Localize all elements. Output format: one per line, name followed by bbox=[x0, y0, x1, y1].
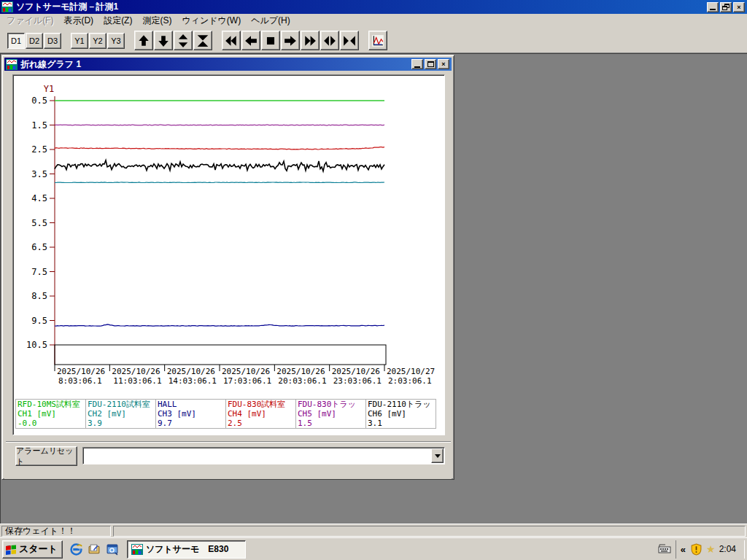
menu-settings[interactable]: 設定(Z) bbox=[98, 13, 137, 28]
start-button-label: スタート bbox=[19, 542, 58, 556]
security-shield-icon[interactable] bbox=[689, 542, 703, 556]
show-desktop-icon[interactable] bbox=[88, 542, 101, 556]
svg-text:8.5: 8.5 bbox=[31, 291, 47, 301]
legend-value: 3.1 bbox=[368, 419, 434, 428]
main-titlebar[interactable]: ソフトサーモ計測－計測1 × bbox=[0, 0, 747, 14]
legend-device: FDU-2110試料室 bbox=[88, 400, 154, 409]
svg-text:0.5: 0.5 bbox=[31, 96, 47, 106]
graph-window-titlebar[interactable]: 折れ線グラフ 1 × bbox=[4, 58, 452, 71]
collapse-vertical-button[interactable] bbox=[193, 31, 212, 50]
legend-item-ch2: FDU-2110試料室 CH2 [mV] 3.9 bbox=[85, 399, 156, 429]
taskbar-item-label: ソフトサーモ E830 bbox=[146, 543, 228, 556]
legend-item-ch4: FDU-830試料室 CH4 [mV] 2.5 bbox=[225, 399, 296, 429]
expand-horizontal-icon bbox=[323, 34, 336, 47]
alarm-combobox[interactable] bbox=[82, 447, 445, 464]
collapse-horizontal-icon bbox=[343, 34, 356, 47]
graph-window: 折れ線グラフ 1 × Y10.51.52.53.54.55.56.57.58.5… bbox=[1, 55, 454, 480]
legend-channel: CH2 [mV] bbox=[88, 409, 154, 419]
svg-text:17:03:06.1: 17:03:06.1 bbox=[223, 376, 271, 386]
fast-rewind-button[interactable] bbox=[222, 31, 241, 50]
legend-device: FDU-830試料室 bbox=[228, 400, 294, 409]
ie-icon[interactable] bbox=[70, 542, 83, 556]
taskbar: スタート ソフトサーモ E830 « bbox=[0, 537, 747, 560]
svg-text:2025/10/26: 2025/10/26 bbox=[112, 367, 160, 376]
svg-text:23:03:06.1: 23:03:06.1 bbox=[333, 376, 382, 386]
svg-text:20:03:06.1: 20:03:06.1 bbox=[278, 376, 326, 386]
arrow-down-icon bbox=[157, 34, 170, 47]
toolbar-y1-button[interactable]: Y1 bbox=[71, 33, 88, 49]
alarm-reset-button[interactable]: アラームリセット bbox=[15, 446, 77, 466]
start-button[interactable]: スタート bbox=[2, 540, 63, 559]
legend-value: 1.5 bbox=[298, 419, 364, 428]
svg-text:2.5: 2.5 bbox=[31, 144, 47, 155]
menu-help[interactable]: ヘルプ(H) bbox=[246, 13, 295, 28]
chevron-down-icon bbox=[435, 454, 441, 458]
scroll-up-button[interactable] bbox=[134, 31, 153, 50]
line-chart: Y10.51.52.53.54.55.56.57.58.59.510.52025… bbox=[14, 76, 444, 434]
menu-file[interactable]: ファイル(F) bbox=[1, 13, 58, 28]
taskbar-item-softthermo[interactable]: ソフトサーモ E830 bbox=[127, 540, 246, 559]
star-icon[interactable]: ★ bbox=[706, 543, 716, 555]
fast-forward-button[interactable] bbox=[301, 31, 320, 50]
toolbar-y3-button[interactable]: Y3 bbox=[107, 33, 125, 49]
svg-text:7.5: 7.5 bbox=[31, 267, 47, 277]
menu-measure[interactable]: 測定(S) bbox=[137, 13, 177, 28]
chart-view-button[interactable] bbox=[368, 31, 387, 50]
quick-launch bbox=[70, 542, 120, 556]
svg-text:14:03:06.1: 14:03:06.1 bbox=[169, 376, 217, 386]
graph-minimize-button[interactable] bbox=[411, 59, 423, 69]
close-button[interactable]: × bbox=[733, 2, 745, 12]
divider bbox=[6, 441, 451, 443]
toolbar-d2-button[interactable]: D2 bbox=[26, 33, 43, 49]
arrow-up-icon bbox=[137, 34, 150, 47]
collapse-horizontal-button[interactable] bbox=[340, 31, 359, 50]
graph-window-icon bbox=[6, 59, 18, 70]
svg-text:1.5: 1.5 bbox=[31, 120, 47, 131]
arrow-left-icon bbox=[244, 34, 258, 47]
svg-text:5.5: 5.5 bbox=[31, 218, 47, 228]
windows-logo-icon bbox=[5, 544, 17, 555]
ie-window-icon[interactable] bbox=[107, 542, 120, 556]
step-right-button[interactable] bbox=[281, 31, 300, 50]
arrow-right-icon bbox=[284, 34, 297, 47]
legend-channel: CH4 [mV] bbox=[228, 409, 294, 419]
svg-text:Y1: Y1 bbox=[44, 84, 54, 94]
menubar: ファイル(F) 表示(D) 設定(Z) 測定(S) ウィンドウ(W) ヘルプ(H… bbox=[0, 14, 747, 28]
minimize-button[interactable] bbox=[707, 2, 719, 12]
minimize-icon bbox=[710, 9, 716, 10]
svg-text:8:03:06.1: 8:03:06.1 bbox=[58, 376, 102, 386]
graph-maximize-button[interactable] bbox=[425, 59, 436, 69]
stop-button[interactable] bbox=[261, 31, 280, 50]
svg-text:10.5: 10.5 bbox=[26, 340, 47, 350]
restore-button[interactable] bbox=[720, 2, 732, 12]
expand-horizontal-button[interactable] bbox=[320, 31, 339, 50]
legend-item-ch5: FDU-830トラッ CH5 [mV] 1.5 bbox=[295, 399, 366, 429]
toolbar-d3-button[interactable]: D3 bbox=[44, 33, 61, 49]
svg-text:2025/10/26: 2025/10/26 bbox=[222, 367, 270, 376]
statusbar: 保存ウェイト！！ bbox=[0, 524, 747, 537]
close-icon: × bbox=[737, 4, 740, 11]
chart-legend: RFD-10MS試料室 CH1 [mV] -0.0 FDU-2110試料室 CH… bbox=[15, 399, 436, 429]
status-message: 保存ウェイト！！ bbox=[1, 526, 111, 537]
svg-text:3.5: 3.5 bbox=[31, 169, 47, 179]
alarm-combobox-value[interactable] bbox=[83, 448, 430, 464]
alarm-combobox-dropdown-button[interactable] bbox=[431, 448, 444, 463]
expand-vertical-button[interactable] bbox=[174, 31, 193, 50]
menu-window[interactable]: ウィンドウ(W) bbox=[177, 13, 246, 28]
legend-item-ch1: RFD-10MS試料室 CH1 [mV] -0.0 bbox=[15, 399, 86, 429]
stop-icon bbox=[264, 34, 277, 47]
menu-view[interactable]: 表示(D) bbox=[58, 13, 98, 28]
graph-close-button[interactable]: × bbox=[438, 59, 449, 69]
tray-chevron-button[interactable]: « bbox=[681, 544, 686, 555]
scroll-down-button[interactable] bbox=[154, 31, 173, 50]
keyboard-icon[interactable] bbox=[658, 542, 671, 556]
window-title: ソフトサーモ計測－計測1 bbox=[16, 1, 707, 13]
app-icon bbox=[131, 544, 143, 555]
toolbar: D1 D2 D3 Y1 Y2 Y3 bbox=[0, 28, 747, 53]
maximize-icon bbox=[427, 61, 434, 67]
toolbar-y2-button[interactable]: Y2 bbox=[89, 33, 107, 49]
step-left-button[interactable] bbox=[241, 31, 260, 50]
toolbar-d1-button[interactable]: D1 bbox=[7, 33, 25, 49]
double-left-icon bbox=[225, 34, 238, 47]
expand-vertical-icon bbox=[177, 34, 190, 47]
